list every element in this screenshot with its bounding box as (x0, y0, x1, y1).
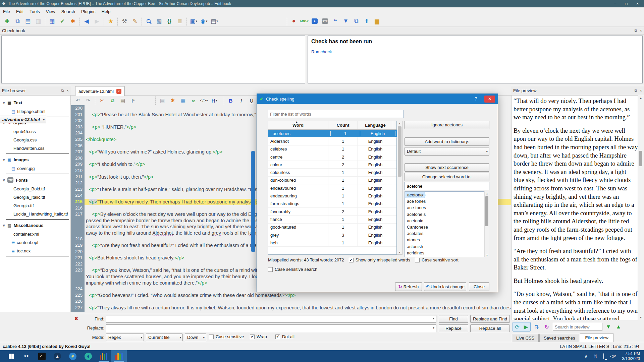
arrange-icon[interactable]: {} (165, 17, 173, 25)
file-item[interactable]: ≣toc.ncx (0, 247, 70, 255)
search-icon[interactable] (145, 17, 153, 25)
insert-tag-icon[interactable]: </>▾ (200, 97, 208, 105)
insert-image-icon[interactable]: ▦ (179, 97, 187, 105)
dialog-close-button[interactable]: ✕ (484, 96, 495, 103)
edit-icon[interactable]: ✎ (131, 17, 139, 25)
word-row[interactable]: acetones1English (268, 130, 402, 137)
insert-snippet-icon[interactable]: ▼ (342, 17, 350, 25)
word-row[interactable]: colour2English (268, 161, 396, 169)
show-next-occurrence-button[interactable]: Show next occurrence (405, 163, 489, 172)
dropdown-arrow-icon[interactable]: ▾ (196, 19, 197, 23)
reload-preview-icon[interactable]: ↻ (543, 323, 551, 331)
category-text[interactable]: ∨▦Text (0, 98, 70, 107)
editor-scrollbar-thumb[interactable] (251, 151, 255, 252)
change-word-button[interactable]: Change selected word to: (405, 173, 489, 181)
suggestion-item[interactable]: acetonic (405, 218, 489, 224)
scroll-down-icon[interactable]: ▼ (638, 315, 644, 320)
word-row[interactable]: good-natured1English (268, 224, 396, 231)
add-to-dictionary-button[interactable]: Add word to dictionary: (405, 137, 489, 146)
sync-preview-icon[interactable]: ▶ (522, 322, 530, 331)
network-icon[interactable] (603, 354, 604, 359)
debug-icon[interactable]: ● (290, 17, 298, 25)
undo-icon[interactable]: ↶ (74, 97, 82, 105)
category-fonts[interactable]: ∨TTFFonts (0, 175, 70, 185)
preview-scrollbar[interactable]: ▲ ▼ (638, 95, 644, 320)
tray-expand-icon[interactable]: ∧ (585, 354, 588, 359)
close-dialog-button[interactable]: Close (469, 282, 489, 291)
word-row[interactable]: fiancé1English (268, 216, 396, 223)
file-item[interactable]: adventure-12.html (0, 116, 46, 123)
manage-windows-icon[interactable]: ⧉ (352, 17, 360, 25)
auto-refresh-icon[interactable]: ⟳ (513, 322, 522, 331)
replace-input[interactable] (106, 324, 436, 332)
tab-adventure-12[interactable]: adventure-12.html × (75, 86, 125, 96)
paste-icon[interactable]: ▤ (119, 97, 127, 105)
command-prompt-icon[interactable]: >_ (34, 350, 50, 362)
file-item[interactable]: ✳content.opf (0, 238, 70, 247)
html-file-icon[interactable]: ▤ (158, 97, 166, 105)
tab-file-preview[interactable]: File preview (580, 333, 613, 342)
dropdown-arrow-icon[interactable]: ▾ (206, 99, 208, 102)
donate-icon[interactable]: ✱ (69, 17, 77, 25)
float-dock-icon[interactable]: ⧉ (635, 28, 637, 33)
new-file-icon[interactable]: ✚ (3, 17, 11, 25)
find-input[interactable] (106, 315, 436, 323)
tab-saved-searches[interactable]: Saved searches (539, 334, 579, 342)
edge-icon[interactable]: e (80, 350, 96, 362)
scroll-up-icon[interactable]: ▲ (397, 121, 402, 126)
edit-book-icon[interactable]: ▦ (48, 17, 56, 25)
save-icon[interactable]: ▥ (34, 17, 42, 25)
scroll-up-icon[interactable]: ▲ (638, 95, 644, 101)
dropdown-arrow-icon[interactable]: ▾ (206, 19, 208, 23)
suggestion-item[interactable]: astonish (405, 243, 489, 250)
find-button[interactable]: Find (439, 315, 468, 323)
wrap-checkbox[interactable]: Wrap (250, 334, 267, 339)
scope-select[interactable]: Current file (146, 334, 183, 341)
chevron-down-icon[interactable]: ∨ (3, 101, 5, 105)
dot-all-checkbox[interactable]: Dot all (275, 334, 294, 339)
dropdown-arrow-icon[interactable]: ▾ (216, 19, 218, 23)
back-icon[interactable]: ◀ (83, 17, 91, 25)
weather-icon[interactable]: ☀ (65, 350, 80, 362)
menu-search[interactable]: Search (58, 8, 78, 15)
suggestion-item[interactable]: acetone s (405, 211, 489, 218)
suggestion-item[interactable]: acridines (405, 250, 489, 256)
insert-link-icon[interactable]: ∞ (190, 97, 198, 105)
suggestion-item[interactable]: acetone (405, 192, 425, 198)
suggestions-scrollbar-thumb[interactable] (485, 196, 488, 226)
clock[interactable]: 7:51 PM 3/10/2020 (622, 351, 640, 361)
forward-icon[interactable]: ▶ (93, 17, 101, 25)
photos-icon[interactable]: ▲ (50, 350, 65, 362)
chevron-down-icon[interactable]: ∨ (3, 178, 5, 182)
suggestions-scrollbar[interactable]: ▲ ▼ (484, 191, 489, 257)
menu-tools[interactable]: Tools (26, 8, 43, 15)
word-row[interactable]: colourless1English (268, 169, 396, 176)
tab-live-css[interactable]: Live CSS (512, 334, 539, 342)
reports-icon[interactable]: ≣ (176, 17, 184, 25)
run-check-link[interactable]: Run check (311, 49, 332, 54)
help-button[interactable]: ? (470, 96, 482, 102)
maximize-button[interactable]: □ (625, 1, 628, 6)
filter-words-input[interactable] (268, 110, 404, 118)
file-item[interactable]: Georgia_Bold.ttf (0, 185, 70, 193)
mode-select[interactable]: Regex (106, 334, 144, 341)
table-header[interactable]: ▲ Word Count Language (268, 121, 396, 130)
split-sync-icon[interactable]: ⇅ (533, 323, 541, 331)
menu-view[interactable]: View (43, 8, 58, 15)
file-item[interactable]: Lucida_Handwriting_Italic.ttf (0, 210, 70, 218)
file-item[interactable]: Georgia.ttf (0, 201, 70, 210)
open-book-icon[interactable]: ⧉ (13, 17, 21, 25)
folder-icon[interactable]: ▆ (373, 17, 381, 25)
preview-search-input[interactable] (553, 323, 602, 331)
file-item[interactable]: Georgia_Italic.ttf (0, 193, 70, 201)
change-word-input[interactable] (405, 182, 489, 190)
scroll-up-icon[interactable]: ▲ (485, 191, 489, 195)
word-row[interactable]: dun-coloured1English (268, 177, 396, 184)
category-miscellaneous[interactable]: ∨▧Miscellaneous (0, 221, 70, 230)
go-to-icon[interactable]: ★ (107, 17, 115, 25)
table-scrollbar[interactable]: ▲ ▼ (397, 121, 402, 255)
editor-layout-icon[interactable]: ▤▾ (210, 17, 218, 25)
direction-select[interactable]: Down (185, 334, 206, 341)
redo-icon[interactable]: ↷ (84, 97, 92, 105)
suggestion-item[interactable]: atones (405, 237, 489, 243)
